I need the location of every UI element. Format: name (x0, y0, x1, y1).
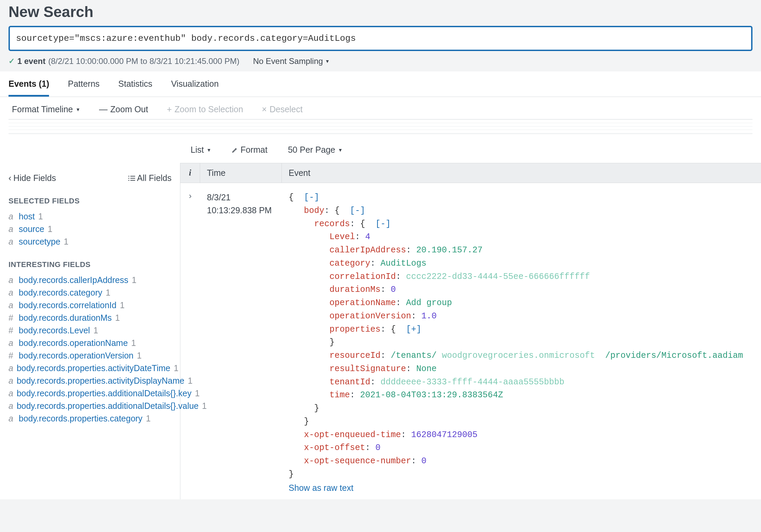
field-count: 1 (38, 212, 43, 221)
field-type-icon: a (9, 363, 13, 373)
field-type-icon: a (9, 300, 15, 310)
format-timeline-dropdown[interactable]: Format Timeline ▼ (12, 104, 80, 114)
interesting-fields-heading: INTERESTING FIELDS (9, 260, 172, 269)
timeline-chart[interactable] (0, 119, 761, 137)
event-date: 8/3/21 (207, 191, 275, 204)
field-item: abody.records.correlationId1 (9, 299, 172, 312)
zoom-to-selection-button: + Zoom to Selection (167, 104, 243, 114)
deselect-label: Deselect (270, 104, 303, 114)
col-info: i (180, 163, 200, 183)
zoom-out-button[interactable]: — Zoom Out (99, 104, 148, 114)
field-count: 1 (131, 338, 136, 348)
expand-toggle[interactable]: [+] (406, 325, 421, 334)
field-name-link[interactable]: host (19, 212, 35, 221)
field-count: 1 (106, 288, 111, 298)
field-name-link[interactable]: body.records.callerIpAddress (19, 275, 128, 285)
event-clock: 10:13:29.838 PM (207, 204, 275, 217)
hide-fields-button[interactable]: ‹ Hide Fields (9, 173, 56, 183)
format-label: Format (241, 145, 268, 155)
tab-visualization[interactable]: Visualization (171, 71, 219, 97)
field-item: #body.records.durationMs1 (9, 312, 172, 324)
level-value: 4 (365, 232, 370, 242)
field-item: ahost1 (9, 210, 172, 223)
field-item: abody.records.category1 (9, 286, 172, 299)
field-type-icon: # (9, 351, 15, 361)
duration-value: 0 (391, 285, 396, 295)
x-opt-offset-value: 0 (375, 443, 380, 453)
field-type-icon: # (9, 326, 15, 335)
sampling-label: No Event Sampling (253, 56, 323, 66)
field-count: 1 (174, 363, 178, 373)
tab-statistics[interactable]: Statistics (118, 71, 152, 97)
field-type-icon: a (9, 212, 15, 221)
field-type-icon: a (9, 376, 13, 386)
zoom-out-label: Zoom Out (110, 104, 148, 114)
tab-patterns[interactable]: Patterns (68, 71, 99, 97)
event-sampling-dropdown[interactable]: No Event Sampling ▼ (253, 56, 329, 66)
field-type-icon: a (9, 224, 15, 234)
hide-fields-label: Hide Fields (13, 173, 56, 183)
field-count: 1 (120, 300, 125, 310)
category-value: AuditLogs (380, 259, 426, 268)
field-type-icon: a (9, 275, 15, 285)
field-name-link[interactable]: body.records.properties.activityDateTime (17, 363, 171, 373)
field-count: 1 (146, 414, 151, 423)
field-item: #body.records.operationVersion1 (9, 349, 172, 362)
field-name-link[interactable]: body.records.properties.category (19, 414, 143, 423)
show-raw-text-link[interactable]: Show as raw text (289, 483, 353, 493)
collapse-toggle[interactable]: [-] (350, 206, 365, 216)
tenant-id-value: ddddeeee-3333-ffff-4444-aaaa5555bbbb (380, 377, 564, 387)
field-name-link[interactable]: body.records.properties.additionalDetail… (17, 401, 199, 411)
field-count: 1 (115, 313, 120, 323)
field-name-link[interactable]: body.records.operationName (19, 338, 128, 348)
field-item: abody.records.callerIpAddress1 (9, 274, 172, 286)
search-status: ✓ 1 event (8/2/21 10:00:00.000 PM to 8/3… (9, 56, 239, 66)
field-type-icon: # (9, 313, 15, 323)
field-item: abody.records.properties.category1 (9, 412, 172, 425)
field-count: 1 (132, 275, 136, 285)
check-icon: ✓ (9, 57, 15, 66)
expand-event-button[interactable]: › (180, 187, 200, 499)
col-time: Time (200, 163, 282, 183)
time-value: 2021-08-04T03:13:29.8383564Z (360, 390, 503, 400)
field-name-link[interactable]: body.records.durationMs (19, 313, 112, 323)
field-count: 1 (64, 237, 68, 247)
caller-ip-value: 20.190.157.27 (416, 245, 483, 255)
format-button[interactable]: Format (232, 145, 268, 155)
field-type-icon: a (9, 401, 13, 411)
collapse-toggle[interactable]: [-] (375, 219, 391, 229)
field-name-link[interactable]: source (19, 224, 44, 234)
list-icon (128, 176, 135, 181)
field-name-link[interactable]: body.records.correlationId (19, 300, 116, 310)
field-type-icon: a (9, 414, 15, 423)
resource-id-mid: woodgrovegroceries.onmicrosoft (442, 351, 595, 361)
field-name-link[interactable]: body.records.operationVersion (19, 351, 133, 361)
tab-events[interactable]: Events (1) (9, 71, 49, 97)
field-type-icon: a (9, 237, 15, 247)
resource-id-post: /providers/Microsoft.aadiam (605, 351, 743, 361)
time-range: (8/2/21 10:00:00.000 PM to 8/3/21 10:21:… (48, 56, 240, 66)
caret-down-icon: ▼ (207, 147, 211, 153)
event-time: 8/3/21 10:13:29.838 PM (200, 187, 282, 499)
field-type-icon: a (9, 338, 15, 348)
field-name-link[interactable]: body.records.category (19, 288, 102, 298)
field-name-link[interactable]: body.records.Level (19, 326, 90, 335)
list-label: List (191, 145, 204, 155)
x-opt-sequence-number-value: 0 (421, 456, 426, 466)
x-opt-enqueued-time-value: 1628047129005 (411, 430, 477, 440)
field-item: abody.records.properties.activityDisplay… (9, 375, 172, 387)
list-view-dropdown[interactable]: List ▼ (191, 145, 211, 155)
field-name-link[interactable]: body.records.properties.activityDisplayN… (17, 376, 184, 386)
selected-fields-heading: SELECTED FIELDS (9, 197, 172, 205)
caret-down-icon: ▼ (338, 147, 343, 153)
search-input[interactable]: sourcetype="mscs:azure:eventhub" body.re… (9, 26, 752, 51)
per-page-dropdown[interactable]: 50 Per Page ▼ (288, 145, 343, 155)
event-count: 1 event (17, 56, 46, 66)
field-item: abody.records.properties.additionalDetai… (9, 387, 172, 400)
field-type-icon: a (9, 388, 13, 398)
all-fields-button[interactable]: All Fields (128, 173, 172, 183)
collapse-toggle[interactable]: [-] (304, 193, 319, 202)
field-name-link[interactable]: sourcetype (19, 237, 60, 247)
field-name-link[interactable]: body.records.properties.additionalDetail… (17, 388, 192, 398)
chevron-left-icon: ‹ (9, 173, 11, 183)
